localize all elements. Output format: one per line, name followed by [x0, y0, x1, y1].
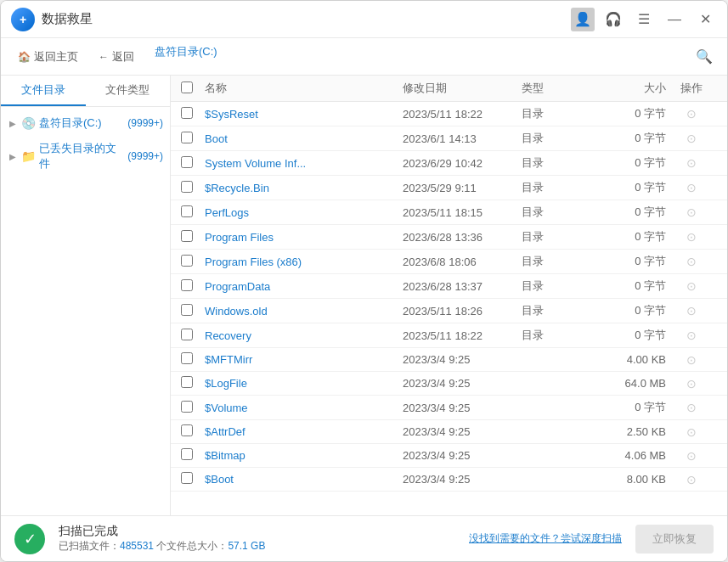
row-type-5: 目录 [522, 229, 590, 244]
row-checkbox-5[interactable] [181, 230, 193, 242]
row-action-icon-9[interactable]: ⊙ [686, 329, 697, 342]
sidebar-item-drive-c[interactable]: ▶ 💿 盘符目录(C:) (9999+) [1, 110, 170, 136]
row-checkbox-3[interactable] [181, 181, 193, 193]
row-checkbox-6[interactable] [181, 255, 193, 267]
expand-icon: ▶ [8, 118, 18, 128]
row-name-4[interactable]: PerfLogs [205, 206, 403, 219]
row-date-1: 2023/6/1 14:13 [403, 132, 522, 145]
row-action-icon-14[interactable]: ⊙ [686, 449, 697, 463]
search-button[interactable]: 🔍 [691, 44, 717, 70]
path-bar[interactable]: 盘符目录(C:) [148, 44, 685, 70]
row-name-11[interactable]: $LogFile [205, 377, 403, 390]
row-action-icon-8[interactable]: ⊙ [686, 304, 697, 318]
minimize-button[interactable]: — [663, 8, 686, 31]
row-checkbox-10[interactable] [181, 352, 193, 364]
row-name-3[interactable]: $Recycle.Bin [205, 182, 403, 194]
row-size-15: 8.00 KB [590, 473, 666, 486]
row-action-icon-3[interactable]: ⊙ [686, 181, 697, 194]
close-button[interactable]: ✕ [693, 8, 717, 31]
headphone-icon[interactable]: 🎧 [601, 8, 625, 31]
row-name-7[interactable]: ProgramData [205, 280, 403, 293]
row-name-5[interactable]: Program Files [205, 231, 403, 244]
row-name-12[interactable]: $Volume [205, 402, 403, 414]
row-action-0: ⊙ [666, 107, 717, 121]
row-checkbox-2[interactable] [181, 156, 193, 168]
row-name-14[interactable]: $Bitmap [205, 449, 403, 462]
row-date-14: 2023/3/4 9:25 [403, 449, 522, 462]
row-action-12: ⊙ [666, 401, 717, 414]
scan-complete-label: 扫描已完成 [59, 524, 455, 539]
row-action-5: ⊙ [666, 230, 717, 244]
row-name-9[interactable]: Recovery [205, 329, 403, 342]
row-checkbox-12[interactable] [181, 401, 193, 413]
row-checkbox-0[interactable] [181, 107, 193, 119]
row-action-icon-15[interactable]: ⊙ [686, 473, 697, 486]
row-action-10: ⊙ [666, 353, 717, 367]
row-name-0[interactable]: $SysReset [205, 108, 403, 121]
row-date-5: 2023/6/28 13:36 [403, 231, 522, 244]
row-checkbox-15[interactable] [181, 472, 193, 484]
row-checkbox-9[interactable] [181, 329, 193, 340]
row-date-10: 2023/3/4 9:25 [403, 353, 522, 366]
title-bar: + 数据救星 👤 🎧 ☰ — ✕ [1, 1, 727, 38]
row-action-icon-13[interactable]: ⊙ [686, 425, 697, 439]
row-action-icon-10[interactable]: ⊙ [686, 353, 697, 367]
row-name-13[interactable]: $AttrDef [205, 425, 403, 438]
header-check [181, 81, 205, 96]
table-row: Program Files 2023/6/28 13:36 目录 0 字节 ⊙ [171, 225, 727, 250]
title-bar-controls: 👤 🎧 ☰ — ✕ [571, 8, 717, 31]
drive-icon: 💿 [21, 116, 36, 130]
row-action-icon-0[interactable]: ⊙ [686, 107, 697, 121]
recover-button[interactable]: 立即恢复 [635, 525, 714, 554]
table-row: $Recycle.Bin 2023/5/29 9:11 目录 0 字节 ⊙ [171, 176, 727, 200]
row-size-0: 0 字节 [590, 106, 666, 121]
row-check-13 [181, 424, 205, 439]
row-name-2[interactable]: System Volume Inf... [205, 157, 403, 170]
row-action-icon-1[interactable]: ⊙ [686, 132, 697, 145]
header-date: 修改日期 [403, 81, 522, 96]
row-action-2: ⊙ [666, 156, 717, 170]
row-size-12: 0 字节 [590, 400, 666, 415]
table-row: $Boot 2023/3/4 9:25 8.00 KB ⊙ [171, 468, 727, 492]
table-row: $SysReset 2023/5/11 18:22 目录 0 字节 ⊙ [171, 102, 727, 126]
row-size-6: 0 字节 [590, 254, 666, 269]
row-checkbox-13[interactable] [181, 424, 193, 436]
row-action-icon-5[interactable]: ⊙ [686, 230, 697, 244]
table-row: Boot 2023/6/1 14:13 目录 0 字节 ⊙ [171, 126, 727, 151]
row-action-14: ⊙ [666, 449, 717, 463]
row-action-icon-7[interactable]: ⊙ [686, 279, 697, 293]
row-action-icon-2[interactable]: ⊙ [686, 156, 697, 170]
tab-file-type[interactable]: 文件类型 [86, 76, 171, 106]
tab-file-directory[interactable]: 文件目录 [1, 76, 86, 106]
row-action-icon-6[interactable]: ⊙ [686, 255, 697, 268]
menu-icon[interactable]: ☰ [632, 8, 656, 31]
table-row: Recovery 2023/5/11 18:22 目录 0 字节 ⊙ [171, 323, 727, 348]
row-type-9: 目录 [522, 328, 590, 343]
back-button[interactable]: ← 返回 [92, 46, 141, 68]
row-action-icon-4[interactable]: ⊙ [686, 205, 697, 219]
row-checkbox-11[interactable] [181, 376, 193, 388]
sidebar-item-lost-files[interactable]: ▶ 📁 已丢失目录的文件 (9999+) [1, 136, 170, 177]
row-check-4 [181, 205, 205, 220]
home-icon: 🏠 [18, 51, 31, 63]
scan-size: 57.1 GB [228, 540, 265, 552]
row-action-icon-11[interactable]: ⊙ [686, 377, 697, 391]
select-all-checkbox[interactable] [181, 81, 193, 93]
row-size-8: 0 字节 [590, 303, 666, 318]
row-checkbox-4[interactable] [181, 205, 193, 217]
row-action-icon-12[interactable]: ⊙ [686, 401, 697, 414]
row-checkbox-7[interactable] [181, 279, 193, 291]
home-button[interactable]: 🏠 返回主页 [11, 46, 85, 68]
row-name-15[interactable]: $Boot [205, 473, 403, 486]
row-name-1[interactable]: Boot [205, 132, 403, 145]
row-name-8[interactable]: Windows.old [205, 305, 403, 318]
sidebar-lost-files-label: 已丢失目录的文件 [39, 141, 124, 171]
deep-scan-link[interactable]: 没找到需要的文件？尝试深度扫描 [469, 531, 622, 546]
row-name-6[interactable]: Program Files (x86) [205, 256, 403, 268]
row-checkbox-1[interactable] [181, 132, 193, 143]
row-checkbox-8[interactable] [181, 304, 193, 316]
row-name-10[interactable]: $MFTMirr [205, 353, 403, 366]
row-check-1 [181, 132, 205, 146]
row-size-1: 0 字节 [590, 131, 666, 146]
row-checkbox-14[interactable] [181, 448, 193, 460]
